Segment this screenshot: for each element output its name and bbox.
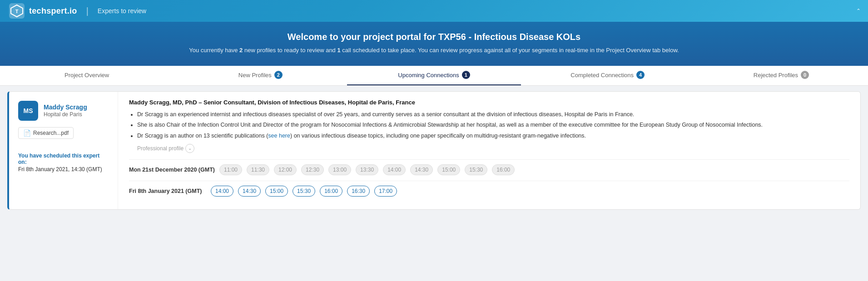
banner-text-1: You currently have [189, 47, 239, 54]
tab-new-profiles[interactable]: New Profiles 2 [174, 66, 347, 85]
pdf-icon: 📄 [23, 129, 31, 137]
tab-new-profiles-badge: 2 [274, 71, 283, 79]
scheduled-label: You have scheduled this expert on: [18, 153, 109, 165]
tab-new-profiles-label: New Profiles [238, 72, 272, 79]
expert-card: MS Maddy Scragg Hopital de Paris 📄 Resea… [7, 91, 861, 210]
expert-name: Maddy Scragg [44, 104, 87, 111]
scheduled-date: Fri 8th January 2021, 14:30 (GMT) [18, 166, 109, 173]
professional-profile[interactable]: Professional profile ⌄ [129, 144, 849, 153]
slot-1130[interactable]: 11:30 [247, 164, 269, 175]
slot-1530[interactable]: 15:30 [465, 164, 487, 175]
expert-info: Maddy Scragg Hopital de Paris [44, 104, 87, 118]
slot-jan-1630[interactable]: 16:30 [347, 186, 370, 197]
collapse-icon[interactable]: ⌃ [856, 8, 861, 14]
slot-1600[interactable]: 16:00 [492, 164, 515, 175]
logo-icon: T [9, 3, 25, 19]
slot-1500[interactable]: 15:00 [437, 164, 460, 175]
main-content: MS Maddy Scragg Hopital de Paris 📄 Resea… [0, 86, 868, 215]
tab-completed-connections[interactable]: Completed Connections 4 [521, 66, 694, 85]
expert-card-right: Maddy Scragg, MD, PhD – Senior Consultan… [118, 92, 860, 209]
expert-org: Hopital de Paris [44, 111, 87, 118]
svg-text:T: T [15, 9, 19, 14]
logo-text: techspert.io [29, 6, 77, 16]
slot-1300[interactable]: 13:00 [328, 164, 351, 175]
logo-divider: | [86, 6, 89, 16]
bio-list: Dr Scragg is an experienced internist an… [129, 110, 849, 140]
logo-area: T techspert.io | Experts to review [9, 3, 146, 19]
expert-title: Maddy Scragg, MD, PhD – Senior Consultan… [129, 99, 849, 106]
bio-item-3: Dr Scragg is an author on 13 scientific … [137, 132, 849, 140]
slot-jan-1430[interactable]: 14:30 [238, 186, 261, 197]
slot-1100[interactable]: 11:00 [219, 164, 242, 175]
bio-item-2: She is also Chair of the Infection Contr… [137, 121, 849, 129]
banner-call-count: 1 [337, 47, 340, 54]
tab-project-overview[interactable]: Project Overview [0, 66, 174, 85]
avatar: MS [18, 101, 38, 121]
expert-card-left: MS Maddy Scragg Hopital de Paris 📄 Resea… [9, 92, 118, 209]
tab-rejected-profiles[interactable]: Rejected Profiles 0 [694, 66, 868, 85]
banner-text-3: call scheduled to take place. You can re… [341, 47, 679, 54]
bio-item-1: Dr Scragg is an experienced internist an… [137, 110, 849, 119]
nav-tabs: Project Overview New Profiles 2 Upcoming… [0, 66, 868, 86]
tab-upcoming-connections-badge: 1 [462, 71, 470, 79]
slot-jan-1600[interactable]: 16:00 [320, 186, 342, 197]
pro-profile-label: Professional profile [137, 145, 184, 152]
slot-1400[interactable]: 14:00 [383, 164, 406, 175]
slot-1330[interactable]: 13:30 [356, 164, 378, 175]
banner-title: Welcome to your project portal for TXP56… [18, 32, 850, 42]
slot-1200[interactable]: 12:00 [274, 164, 297, 175]
project-banner: Welcome to your project portal for TXP56… [0, 22, 868, 66]
banner-subtitle: You currently have 2 new profiles to rea… [18, 46, 850, 55]
slots-row-2: Fri 8th January 2021 (GMT) 14:00 14:30 1… [129, 186, 849, 197]
slot-jan-1700[interactable]: 17:00 [374, 186, 397, 197]
see-here-link[interactable]: see here [268, 133, 290, 139]
expert-header: MS Maddy Scragg Hopital de Paris [18, 101, 109, 121]
tab-upcoming-connections[interactable]: Upcoming Connections 1 [347, 66, 521, 85]
tab-completed-connections-label: Completed Connections [570, 72, 634, 79]
tab-rejected-profiles-badge: 0 [801, 71, 809, 79]
divider-2 [129, 181, 849, 181]
slot-1430[interactable]: 14:30 [410, 164, 433, 175]
top-header: T techspert.io | Experts to review ⌃ [0, 0, 868, 22]
tab-project-overview-label: Project Overview [64, 72, 109, 79]
banner-text-2: new profiles to ready to review and [243, 47, 337, 54]
chevron-down-icon: ⌄ [185, 144, 194, 153]
slot-jan-1500[interactable]: 15:00 [265, 186, 288, 197]
divider-1 [129, 159, 849, 160]
tab-rejected-profiles-label: Rejected Profiles [754, 72, 798, 79]
slots-date-1: Mon 21st December 2020 (GMT) [129, 167, 215, 173]
tab-completed-connections-badge: 4 [636, 71, 645, 79]
tab-upcoming-connections-label: Upcoming Connections [398, 72, 459, 79]
pdf-download[interactable]: 📄 Research...pdf [18, 127, 74, 139]
slot-jan-1530[interactable]: 15:30 [293, 186, 315, 197]
slots-date-2: Fri 8th January 2021 (GMT) [129, 188, 206, 194]
slots-row-1: Mon 21st December 2020 (GMT) 11:00 11:30… [129, 164, 849, 175]
slot-1230[interactable]: 12:30 [301, 164, 324, 175]
pdf-label: Research...pdf [33, 130, 69, 136]
bio-item-3-text: Dr Scragg is an author on 13 scientific … [137, 133, 586, 139]
logo-subtitle: Experts to review [98, 7, 146, 15]
slot-jan-1400[interactable]: 14:00 [211, 186, 233, 197]
scheduled-info: You have scheduled this expert on: Fri 8… [18, 153, 109, 173]
